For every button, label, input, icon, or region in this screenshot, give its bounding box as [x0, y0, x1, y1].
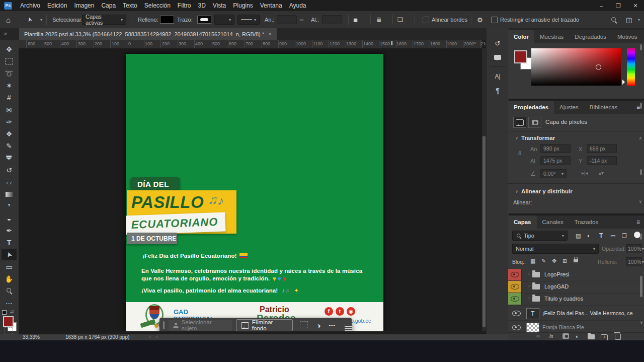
zoom-tool[interactable] [2, 285, 17, 297]
minimize-button[interactable]: – [593, 3, 610, 9]
layer-row-logopresi[interactable]: › LogoPresi [508, 269, 644, 281]
flip-horizontal-icon[interactable]: ▸|◂ [582, 170, 588, 176]
healing-brush-tool[interactable]: ❖ [2, 128, 17, 139]
type-tool[interactable]: T [2, 237, 17, 248]
restore-button[interactable]: ❐ [610, 3, 627, 9]
settings-sliders-icon[interactable] [345, 322, 352, 329]
collapse-transform-icon[interactable]: ∨ [515, 136, 518, 140]
fill-field[interactable]: 100%▾ [626, 257, 642, 266]
layer-row-logogad[interactable]: › LogoGAD [508, 281, 644, 294]
lock-paint-icon[interactable]: ✎ [541, 258, 546, 264]
tab-degradados[interactable]: Degradados [569, 30, 612, 43]
close-button[interactable]: ✕ [627, 3, 644, 9]
marquee-tool[interactable] [2, 55, 17, 67]
link-wh-icon[interactable]: 8 [518, 150, 521, 156]
menu-ventana[interactable]: Ventana [260, 2, 282, 9]
layer-row-text[interactable]: T ¡Feliz Día del Pas... Valle Hermoso, c… [508, 306, 644, 321]
tab-muestras[interactable]: Muestras [534, 30, 569, 43]
select-mode-dropdown[interactable]: Capas activas▾ [82, 11, 126, 28]
dodge-tool[interactable]: ◒ [2, 212, 17, 224]
status-expand-icon[interactable]: › [149, 334, 150, 339]
link-dimensions-icon[interactable]: ∞ [300, 11, 304, 28]
add-mask-icon[interactable] [562, 333, 569, 340]
blend-mode-dropdown[interactable]: Normal ▾ [512, 244, 599, 254]
height-input[interactable] [322, 11, 342, 28]
new-group-icon[interactable] [588, 334, 595, 341]
opacity-field[interactable]: 100%▾ [626, 244, 642, 253]
menu-plugins[interactable]: Plugins [233, 2, 253, 9]
panel-scroll-nub[interactable] [640, 44, 642, 50]
tab-capas[interactable]: Capas [508, 215, 537, 229]
menu-edicion[interactable]: Edición [47, 2, 67, 9]
flip-vertical-icon[interactable]: ▴▾ [599, 170, 604, 176]
lock-all-icon[interactable] [574, 257, 578, 264]
pixel-layer-thumb-icon[interactable] [513, 117, 526, 128]
stroke-width-dropdown[interactable]: ▾ [214, 11, 234, 28]
crop-tool[interactable]: # [2, 92, 17, 103]
filter-type-icon[interactable]: T [599, 232, 603, 239]
filter-shape-icon[interactable]: ▭ [610, 233, 615, 239]
hue-slider[interactable] [627, 48, 635, 86]
fill-swatch[interactable] [160, 11, 174, 28]
panel-scroll-nub[interactable] [640, 169, 642, 175]
gear-icon[interactable]: ⚙ [477, 11, 483, 28]
remove-background-button[interactable]: Eliminar fondo [236, 319, 293, 331]
more-options-icon[interactable]: ••• [329, 323, 336, 328]
layers-scrollbar-thumb[interactable] [640, 276, 642, 297]
path-alignment-icon[interactable]: ≣ [376, 11, 381, 28]
align-edges-checkbox[interactable] [423, 11, 429, 28]
menu-filtro[interactable]: Filtro [178, 2, 191, 9]
clone-stamp-tool[interactable]: ⏏ [2, 152, 17, 164]
lasso-tool[interactable]: ➰ [2, 67, 17, 79]
lock-position-icon[interactable]: ✥ [552, 258, 556, 264]
panel-menu-icon[interactable]: ≡ [632, 101, 644, 114]
shape-tool[interactable]: ▭ [2, 261, 17, 272]
drag-handle[interactable] [163, 321, 165, 329]
layer-visibility[interactable] [512, 325, 521, 332]
move-tool-icon[interactable]: ➤ [27, 11, 32, 28]
path-selection-tool[interactable]: ➤ [2, 249, 17, 260]
more-tools[interactable]: ⋯ [2, 297, 17, 309]
expand-group-icon[interactable]: › [528, 296, 530, 301]
swap-colors-icon[interactable]: ⇄ [10, 309, 14, 314]
filter-adjustment-icon[interactable]: ◐ [587, 233, 591, 239]
blur-tool[interactable]: ❜ [2, 200, 17, 212]
tab-bibliotecas[interactable]: Bibliotecas [584, 101, 623, 114]
foreground-color-swatch[interactable] [3, 316, 14, 327]
angle-field[interactable]: 0,00°▾ [540, 169, 567, 178]
tool-preset-caret-icon[interactable]: ▾ [40, 11, 42, 28]
x-value-field[interactable]: 659 px [587, 144, 617, 153]
layers-scroll-down-icon[interactable]: ∨ [640, 320, 643, 325]
layer-effects-icon[interactable]: fx [549, 333, 553, 339]
status-collapse-icon[interactable]: ‹ [156, 334, 157, 339]
gradient-tool[interactable] [2, 188, 17, 200]
history-panel-icon[interactable]: ↺ [491, 37, 505, 49]
panel-scroll-nub[interactable] [640, 234, 642, 240]
workspace-caret-icon[interactable]: ▾ [638, 11, 640, 28]
expand-group-icon[interactable]: › [528, 272, 530, 276]
paragraph-panel-icon[interactable]: ¶ [491, 85, 505, 97]
scroll-down-icon[interactable]: ∨ [639, 199, 642, 204]
layer-row-franja[interactable]: Franja Blanca Pie [508, 321, 644, 332]
tab-color[interactable]: Color [508, 30, 534, 43]
adjustment-layer-icon[interactable]: ◐ [576, 333, 579, 339]
character-panel-icon[interactable]: A| [491, 70, 505, 83]
hand-tool[interactable]: ✋ [2, 273, 17, 284]
brush-tool[interactable]: ✎ [2, 140, 17, 152]
filter-smart-object-icon[interactable]: ❒ [622, 233, 627, 239]
tab-canales[interactable]: Canales [537, 215, 569, 229]
transform-icon[interactable] [300, 321, 308, 330]
layer-visibility[interactable] [512, 311, 521, 318]
lock-transparency-icon[interactable]: ▦ [530, 258, 535, 264]
menu-imagen[interactable]: Imagen [74, 2, 94, 9]
zoom-level[interactable]: 33,33% [23, 334, 40, 340]
menu-seleccion[interactable]: Selección [144, 2, 171, 9]
document-tab[interactable]: Plantilla 2025.psd al 33,3% (504664122_5… [19, 28, 277, 40]
height-value-field[interactable]: 1475 px [540, 156, 571, 165]
width-value-field[interactable]: 980 px [540, 144, 571, 153]
constrain-checkbox[interactable] [491, 11, 498, 28]
quick-mask-icon[interactable] [5, 327, 13, 334]
quick-selection-tool[interactable]: ✶ [2, 80, 17, 91]
history-brush-tool[interactable]: ↺ [2, 164, 17, 176]
adjustments-icon[interactable]: ◑ [316, 321, 320, 330]
